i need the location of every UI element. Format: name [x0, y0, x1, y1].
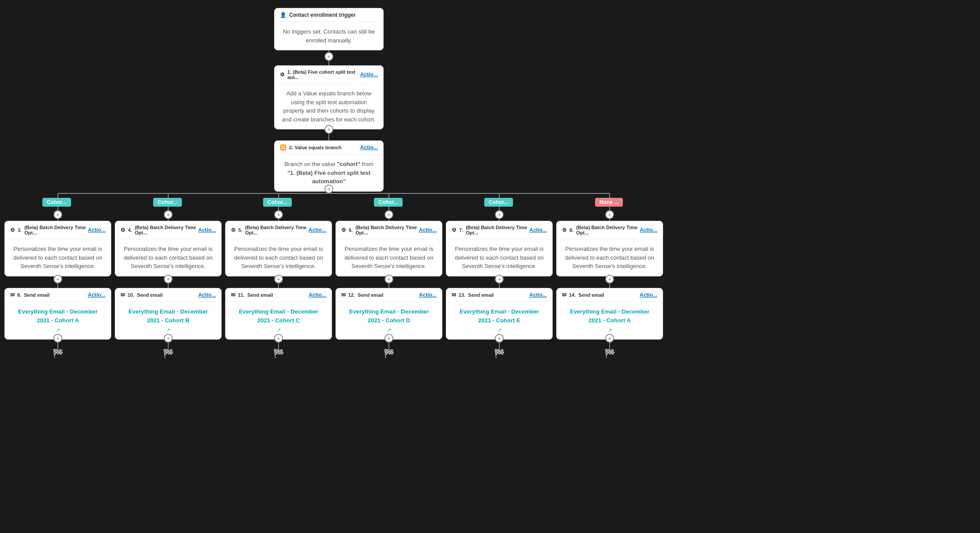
email13-link[interactable]: Everything Email - December 2021 - Cohor…	[453, 307, 545, 325]
email13-action[interactable]: Actio...	[529, 292, 547, 298]
add-below-step2[interactable]: +	[324, 185, 333, 193]
trigger-header: 👤 Contact enrollment trigger	[275, 8, 383, 22]
step1-header: ⚙ 1. (Beta) Five cohort split test aut..…	[275, 66, 383, 84]
add-after-13[interactable]: +	[495, 334, 504, 343]
email10-body: Everything Email - December 2021 - Cohor…	[115, 302, 221, 339]
add-branch-1[interactable]: +	[53, 210, 62, 219]
batch5-action[interactable]: Actio...	[309, 227, 326, 233]
step2-action[interactable]: Actio...	[360, 144, 378, 151]
batch7-num: 7.	[459, 227, 463, 233]
batch7-title: (Beta) Batch Delivery Time Opt...	[466, 225, 529, 235]
source-step: "1. (Beta) Five cohort split test automa…	[287, 170, 370, 185]
external-link-icon-11: ↗	[233, 326, 324, 334]
email11-header: ✉ 11. Send email Actio...	[226, 288, 332, 302]
batch8-action[interactable]: Actio...	[640, 227, 657, 233]
email12-num: 12.	[348, 292, 355, 298]
branch-label-none[interactable]: None ...	[595, 198, 623, 207]
add-branch-2[interactable]: +	[164, 210, 173, 219]
batch3-body: Personalizes the time your email is deli…	[5, 239, 111, 276]
email14-num: 14.	[569, 292, 576, 298]
email9-link[interactable]: Everything Email - December 2021 - Cohor…	[12, 307, 104, 325]
gear-icon-3: ⚙	[10, 227, 15, 233]
external-link-icon-10: ↗	[122, 326, 214, 334]
add-3-to-9[interactable]: +	[53, 275, 62, 284]
gear-icon-7: ⚙	[452, 227, 456, 233]
add-between-step1-step2[interactable]: +	[324, 125, 333, 134]
batch-step-3: ⚙ 3. (Beta) Batch Delivery Time Opt... A…	[4, 221, 111, 276]
add-branch-5[interactable]: +	[495, 210, 504, 219]
branch-label-5[interactable]: Cohor...	[484, 198, 513, 207]
add-after-9[interactable]: +	[53, 334, 62, 343]
email12-link[interactable]: Everything Email - December 2021 - Cohor…	[343, 307, 435, 325]
email11-title: Send email	[247, 292, 273, 298]
batch6-title: (Beta) Batch Delivery Time Opt...	[355, 225, 419, 235]
batch3-num: 3.	[18, 227, 22, 233]
branch-label-1[interactable]: Cohor...	[42, 198, 71, 207]
add-after-10[interactable]: +	[164, 334, 173, 343]
email10-link[interactable]: Everything Email - December 2021 - Cohor…	[122, 307, 214, 325]
branch-label-3[interactable]: Cohor...	[263, 198, 292, 207]
batch-step-7: ⚙ 7. (Beta) Batch Delivery Time Opt... A…	[446, 221, 553, 276]
gear-icon-5: ⚙	[231, 227, 236, 233]
external-link-icon-13: ↗	[453, 326, 545, 334]
batch4-body: Personalizes the time your email is deli…	[115, 239, 221, 276]
email-step-9: ✉ 9. Send email Actio... Everything Emai…	[4, 288, 111, 340]
step2-card: 🔀 2. Value equals branch Actio... Branch…	[274, 140, 384, 192]
email14-link[interactable]: Everything Email - December 2021 - Cohor…	[564, 307, 656, 325]
batch5-title: (Beta) Batch Delivery Time Opt...	[245, 225, 309, 235]
end-flag-3: 🏁	[273, 348, 284, 359]
add-5-to-11[interactable]: +	[274, 275, 283, 284]
batch6-action[interactable]: Actio...	[419, 227, 437, 233]
batch-step-8: ⚙ 8. (Beta) Batch Delivery Time Opt... A…	[556, 221, 663, 276]
email-step-11: ✉ 11. Send email Actio... Everything Ema…	[225, 288, 332, 340]
email-icon-12: ✉	[341, 292, 346, 298]
external-link-icon-14: ↗	[564, 326, 656, 334]
add-after-14[interactable]: +	[605, 334, 614, 343]
batch8-body: Personalizes the time your email is deli…	[557, 239, 663, 276]
add-between-trigger-step1[interactable]: +	[324, 52, 333, 61]
batch3-action[interactable]: Actio...	[88, 227, 106, 233]
gear-icon-4: ⚙	[121, 227, 125, 233]
batch7-action[interactable]: Actio...	[529, 227, 547, 233]
email-icon-13: ✉	[452, 292, 456, 298]
add-7-to-13[interactable]: +	[495, 275, 504, 284]
add-branch-3[interactable]: +	[274, 210, 283, 219]
email11-link[interactable]: Everything Email - December 2021 - Cohor…	[233, 307, 324, 325]
email10-action[interactable]: Actio...	[198, 292, 216, 298]
batch5-header: ⚙ 5. (Beta) Batch Delivery Time Opt... A…	[226, 221, 332, 239]
batch6-body: Personalizes the time your email is deli…	[336, 239, 442, 276]
email13-title: Send email	[468, 292, 494, 298]
add-after-11[interactable]: +	[274, 334, 283, 343]
branch-label-4[interactable]: Cohor...	[374, 198, 403, 207]
email9-body: Everything Email - December 2021 - Cohor…	[5, 302, 111, 339]
add-branch-none[interactable]: +	[605, 210, 614, 219]
batch4-action[interactable]: Actio...	[198, 227, 216, 233]
branch-label-2[interactable]: Cohor...	[153, 198, 182, 207]
email13-header: ✉ 13. Send email Actio...	[446, 288, 552, 302]
step1-action[interactable]: Actio...	[360, 72, 378, 78]
email12-title: Send email	[358, 292, 383, 298]
email-step-14: ✉ 14. Send email Actio... Everything Ema…	[556, 288, 663, 340]
email13-body: Everything Email - December 2021 - Cohor…	[446, 302, 552, 339]
email-step-12: ✉ 12. Send email Actio... Everything Ema…	[335, 288, 442, 340]
add-4-to-10[interactable]: +	[164, 275, 173, 284]
email12-action[interactable]: Actio...	[419, 292, 437, 298]
gear-icon-1: ⚙	[280, 72, 285, 78]
email9-action[interactable]: Actio...	[88, 292, 106, 298]
add-8-to-14[interactable]: +	[605, 275, 614, 284]
batch-step-4: ⚙ 4. (Beta) Batch Delivery Time Opt... A…	[115, 221, 222, 276]
add-after-12[interactable]: +	[384, 334, 393, 343]
end-flag-2: 🏁	[163, 348, 174, 359]
email10-title: Send email	[137, 292, 162, 298]
batch4-header: ⚙ 4. (Beta) Batch Delivery Time Opt... A…	[115, 221, 221, 239]
batch5-num: 5.	[238, 227, 242, 233]
batch4-num: 4.	[128, 227, 132, 233]
cohort-value: "cohort"	[337, 161, 360, 167]
email11-action[interactable]: Actio...	[309, 292, 326, 298]
email14-body: Everything Email - December 2021 - Cohor…	[557, 302, 663, 339]
step2-title: 2. Value equals branch	[289, 145, 342, 150]
add-branch-4[interactable]: +	[384, 210, 393, 219]
add-6-to-12[interactable]: +	[384, 275, 393, 284]
email11-body: Everything Email - December 2021 - Cohor…	[226, 302, 332, 339]
email14-action[interactable]: Actio...	[640, 292, 657, 298]
